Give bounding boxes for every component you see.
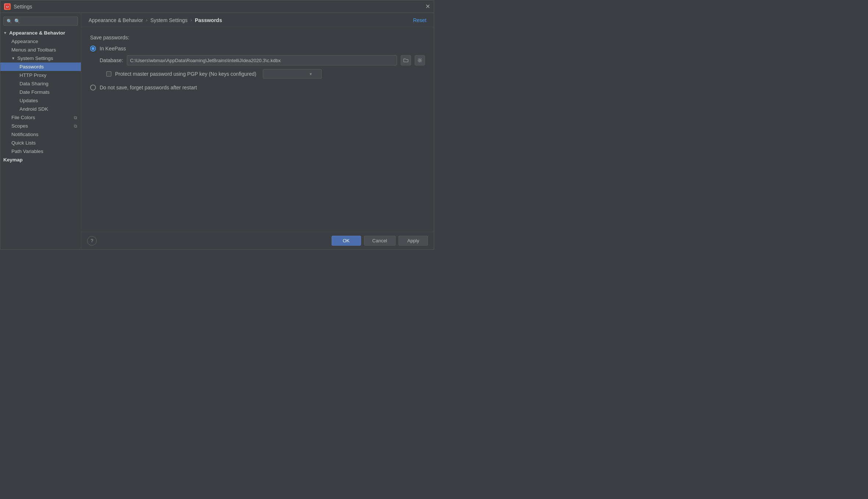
- sidebar-item-quick-lists[interactable]: Quick Lists: [0, 139, 81, 147]
- chevron-down-icon: ▼: [309, 72, 312, 76]
- footer: ? OK Cancel Apply: [81, 232, 434, 249]
- pgp-dropdown[interactable]: ▼: [263, 69, 322, 79]
- sidebar-item-menus-toolbars[interactable]: Menus and Toolbars: [0, 46, 81, 54]
- svg-text:IJ: IJ: [6, 5, 9, 8]
- keepass-radio-row: In KeePass: [90, 46, 425, 51]
- breadcrumb-appearance: Appearance & Behavior: [89, 17, 143, 23]
- copy-icon: ⧉: [74, 124, 77, 129]
- pgp-label: Protect master password using PGP key (N…: [115, 71, 256, 77]
- no-save-radio-row: Do not save, forget passwords after rest…: [90, 85, 425, 90]
- titlebar: IJ Settings ✕: [0, 0, 434, 13]
- help-button[interactable]: ?: [87, 236, 97, 246]
- sidebar-item-file-colors[interactable]: File Colors ⧉: [0, 113, 81, 122]
- folder-browse-button[interactable]: [401, 55, 411, 65]
- apply-button[interactable]: Apply: [399, 236, 428, 246]
- database-row: Database:: [100, 55, 425, 65]
- breadcrumb-system-settings: System Settings: [150, 17, 187, 23]
- keepass-option-group: In KeePass Database:: [90, 46, 425, 79]
- breadcrumb-sep-2: ›: [190, 18, 192, 23]
- breadcrumb: Appearance & Behavior › System Settings …: [81, 13, 434, 27]
- password-save-options: In KeePass Database:: [90, 46, 425, 90]
- settings-window: IJ Settings ✕ 🔍 ▼ Appearance & Behavior …: [0, 0, 434, 250]
- database-path-input[interactable]: [127, 55, 397, 65]
- sidebar: 🔍 ▼ Appearance & Behavior Appearance Men…: [0, 13, 81, 249]
- keepass-radio[interactable]: [90, 46, 96, 51]
- sidebar-item-updates[interactable]: Updates: [0, 96, 81, 105]
- save-passwords-label: Save passwords:: [90, 35, 425, 40]
- no-save-radio[interactable]: [90, 85, 96, 90]
- pgp-checkbox-row: Protect master password using PGP key (N…: [106, 69, 425, 79]
- chevron-down-icon: ▼: [3, 31, 7, 35]
- svg-point-2: [419, 60, 421, 61]
- breadcrumb-path: Appearance & Behavior › System Settings …: [89, 17, 222, 23]
- search-icon: 🔍: [7, 19, 12, 24]
- sidebar-item-date-formats[interactable]: Date Formats: [0, 88, 81, 96]
- gear-settings-button[interactable]: [415, 55, 425, 65]
- copy-icon: ⧉: [74, 115, 77, 120]
- main-panel: Appearance & Behavior › System Settings …: [81, 13, 434, 249]
- chevron-down-icon: ▼: [11, 56, 15, 60]
- cancel-button[interactable]: Cancel: [364, 236, 396, 246]
- sidebar-item-keymap[interactable]: Keymap: [0, 156, 81, 164]
- sidebar-item-scopes[interactable]: Scopes ⧉: [0, 122, 81, 130]
- keepass-label: In KeePass: [100, 46, 126, 51]
- app-icon: IJ: [4, 3, 11, 10]
- sidebar-item-appearance-behavior[interactable]: ▼ Appearance & Behavior: [0, 29, 81, 37]
- sidebar-item-passwords[interactable]: Passwords: [0, 63, 81, 71]
- breadcrumb-sep-1: ›: [146, 18, 147, 23]
- action-buttons: OK Cancel Apply: [332, 236, 428, 246]
- sidebar-item-path-variables[interactable]: Path Variables: [0, 147, 81, 156]
- main-content-area: 🔍 ▼ Appearance & Behavior Appearance Men…: [0, 13, 434, 249]
- sidebar-item-http-proxy[interactable]: HTTP Proxy: [0, 71, 81, 79]
- reset-button[interactable]: Reset: [413, 17, 426, 23]
- search-input[interactable]: [14, 18, 75, 24]
- close-button[interactable]: ✕: [425, 3, 430, 10]
- window-title: Settings: [14, 4, 32, 10]
- sidebar-item-data-sharing[interactable]: Data Sharing: [0, 79, 81, 88]
- database-label: Database:: [100, 57, 123, 63]
- sidebar-item-notifications[interactable]: Notifications: [0, 130, 81, 139]
- titlebar-left: IJ Settings: [4, 3, 32, 10]
- pgp-checkbox[interactable]: [106, 71, 111, 76]
- sidebar-item-appearance[interactable]: Appearance: [0, 37, 81, 46]
- ok-button[interactable]: OK: [332, 236, 361, 246]
- no-save-label: Do not save, forget passwords after rest…: [100, 85, 197, 90]
- sidebar-item-system-settings[interactable]: ▼ System Settings: [0, 54, 81, 63]
- search-box[interactable]: 🔍: [3, 17, 78, 26]
- sidebar-item-android-sdk[interactable]: Android SDK: [0, 105, 81, 113]
- breadcrumb-current: Passwords: [195, 17, 222, 23]
- settings-content: Save passwords: In KeePass Database:: [81, 27, 434, 232]
